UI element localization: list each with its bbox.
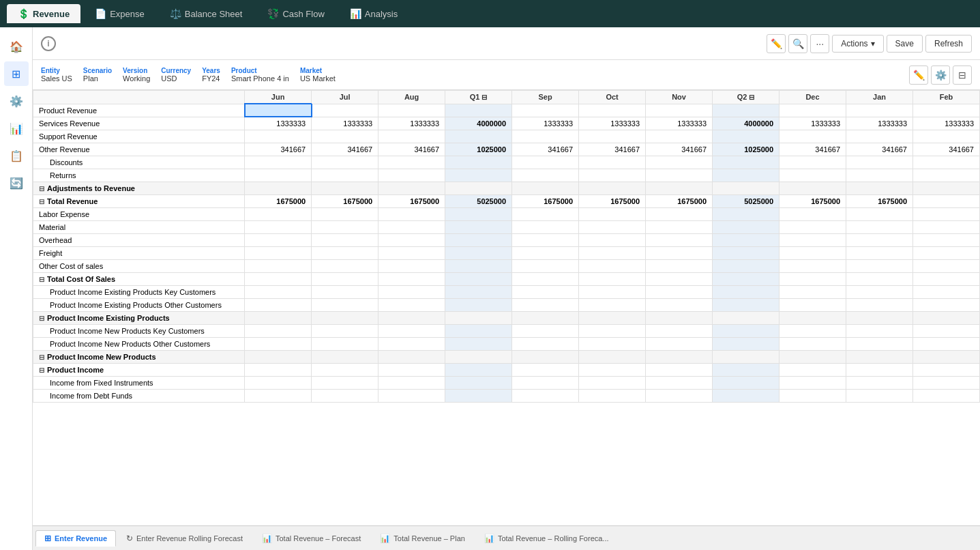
cell-product-income-existing-key-jan[interactable]: [846, 286, 913, 299]
cell-overhead-jul[interactable]: [312, 234, 378, 247]
cell-other-revenue-nov[interactable]: 341667: [646, 143, 713, 156]
cell-product-income-sep[interactable]: [512, 364, 579, 377]
cell-product-income-existing-products-aug[interactable]: [378, 312, 445, 325]
col-header-oct[interactable]: Oct: [579, 91, 646, 104]
cell-other-cost-of-sales-jun[interactable]: [245, 260, 312, 273]
currency-filter[interactable]: Currency USD: [161, 67, 191, 83]
cell-product-income-oct[interactable]: [579, 364, 646, 377]
cell-income-debt-jun[interactable]: [245, 390, 312, 403]
cell-support-revenue-q1[interactable]: [445, 130, 512, 143]
cell-product-income-new-other-q1[interactable]: [445, 338, 512, 351]
cell-product-income-new-products-sep[interactable]: [512, 351, 579, 364]
tab-analysis[interactable]: 📊 Analysis: [339, 4, 409, 23]
cell-product-income-new-other-jan[interactable]: [846, 338, 913, 351]
cell-other-cost-of-sales-nov[interactable]: [646, 260, 713, 273]
cell-labor-expense-oct[interactable]: [579, 208, 646, 221]
scenario-filter[interactable]: Scenario Plan: [83, 67, 112, 83]
cell-freight-jul[interactable]: [312, 247, 378, 260]
cell-product-income-new-other-aug[interactable]: [378, 338, 445, 351]
cell-total-cost-of-sales-jan[interactable]: [846, 273, 913, 286]
cell-product-income-existing-key-nov[interactable]: [646, 286, 713, 299]
product-filter[interactable]: Product Smart Phone 4 in: [231, 67, 289, 83]
cell-product-income-new-key-feb[interactable]: [913, 325, 980, 338]
cell-freight-oct[interactable]: [579, 247, 646, 260]
cell-labor-expense-aug[interactable]: [378, 208, 445, 221]
cell-services-revenue-jun[interactable]: 1333333: [245, 117, 312, 130]
cell-product-income-new-key-sep[interactable]: [512, 325, 579, 338]
cell-product-income-new-key-q1[interactable]: [445, 325, 512, 338]
cell-product-revenue-q2[interactable]: [713, 104, 779, 117]
info-button[interactable]: i: [41, 36, 56, 51]
cell-discounts-jul[interactable]: [312, 156, 378, 169]
cell-product-revenue-oct[interactable]: [579, 104, 646, 117]
cell-total-revenue-feb[interactable]: [913, 195, 980, 208]
cell-support-revenue-q2[interactable]: [713, 130, 779, 143]
cell-adjustments-to-revenue-feb[interactable]: [913, 182, 980, 195]
cell-product-income-existing-key-jun[interactable]: [245, 286, 312, 299]
market-filter[interactable]: Market US Market: [300, 67, 336, 83]
cell-product-income-new-key-jul[interactable]: [312, 325, 378, 338]
tab-balance-sheet[interactable]: ⚖️ Balance Sheet: [159, 4, 254, 23]
cell-other-cost-of-sales-jan[interactable]: [846, 260, 913, 273]
layout-filter-icon[interactable]: ⊟: [953, 66, 972, 85]
cell-adjustments-to-revenue-jan[interactable]: [846, 182, 913, 195]
cell-other-revenue-q1[interactable]: 1025000: [445, 143, 512, 156]
cell-product-income-existing-other-aug[interactable]: [378, 299, 445, 312]
sidebar-grid-icon[interactable]: ⊞: [4, 61, 29, 86]
cell-product-income-existing-products-dec[interactable]: [779, 312, 846, 325]
refresh-button[interactable]: Refresh: [925, 35, 972, 53]
bottom-tab-total-plan[interactable]: 📊 Total Revenue – Plan: [371, 530, 474, 547]
cell-product-income-existing-key-feb[interactable]: [913, 286, 980, 299]
cell-product-income-jan[interactable]: [846, 364, 913, 377]
cell-product-income-aug[interactable]: [378, 364, 445, 377]
cell-total-revenue-jan[interactable]: 1675000: [846, 195, 913, 208]
cell-total-revenue-nov[interactable]: 1675000: [646, 195, 713, 208]
cell-support-revenue-feb[interactable]: [913, 130, 980, 143]
cell-other-cost-of-sales-q1[interactable]: [445, 260, 512, 273]
cell-total-revenue-q2[interactable]: 5025000: [713, 195, 779, 208]
cell-discounts-oct[interactable]: [579, 156, 646, 169]
cell-income-fixed-q2[interactable]: [713, 377, 779, 390]
cell-product-income-new-key-q2[interactable]: [713, 325, 779, 338]
expand-button[interactable]: ⊟: [39, 366, 44, 374]
cell-total-revenue-dec[interactable]: 1675000: [779, 195, 846, 208]
expand-button[interactable]: ⊟: [39, 185, 44, 192]
cell-product-income-existing-products-jan[interactable]: [846, 312, 913, 325]
expand-button[interactable]: ⊟: [39, 353, 44, 361]
cell-support-revenue-jan[interactable]: [846, 130, 913, 143]
sidebar-table-icon[interactable]: 📋: [4, 143, 29, 168]
col-header-jul[interactable]: Jul: [312, 91, 378, 104]
cell-other-revenue-oct[interactable]: 341667: [579, 143, 646, 156]
cell-total-cost-of-sales-sep[interactable]: [512, 273, 579, 286]
cell-product-income-new-products-jan[interactable]: [846, 351, 913, 364]
cell-product-income-new-products-jul[interactable]: [312, 351, 378, 364]
version-filter[interactable]: Version Working: [123, 67, 150, 83]
cell-labor-expense-jul[interactable]: [312, 208, 378, 221]
cell-product-income-existing-products-q2[interactable]: [713, 312, 779, 325]
magnify-button[interactable]: 🔍: [788, 34, 807, 53]
cell-labor-expense-dec[interactable]: [779, 208, 846, 221]
cell-income-debt-jul[interactable]: [312, 390, 378, 403]
cell-income-fixed-jan[interactable]: [846, 377, 913, 390]
cell-discounts-dec[interactable]: [779, 156, 846, 169]
cell-total-revenue-q1[interactable]: 5025000: [445, 195, 512, 208]
col-header-jan[interactable]: Jan: [846, 91, 913, 104]
cell-freight-dec[interactable]: [779, 247, 846, 260]
cell-income-fixed-feb[interactable]: [913, 377, 980, 390]
cell-product-income-existing-key-q1[interactable]: [445, 286, 512, 299]
col-header-sep[interactable]: Sep: [512, 91, 579, 104]
cell-total-cost-of-sales-feb[interactable]: [913, 273, 980, 286]
cell-income-debt-q2[interactable]: [713, 390, 779, 403]
cell-material-oct[interactable]: [579, 221, 646, 234]
cell-discounts-sep[interactable]: [512, 156, 579, 169]
cell-services-revenue-dec[interactable]: 1333333: [779, 117, 846, 130]
actions-button[interactable]: Actions ▾: [832, 35, 883, 53]
cell-labor-expense-sep[interactable]: [512, 208, 579, 221]
cell-product-income-new-key-dec[interactable]: [779, 325, 846, 338]
cell-material-q1[interactable]: [445, 221, 512, 234]
cell-product-income-new-other-jun[interactable]: [245, 338, 312, 351]
years-filter[interactable]: Years FY24: [202, 67, 220, 83]
col-header-q2[interactable]: Q2 ⊟: [713, 91, 779, 104]
cell-material-jan[interactable]: [846, 221, 913, 234]
cell-support-revenue-sep[interactable]: [512, 130, 579, 143]
